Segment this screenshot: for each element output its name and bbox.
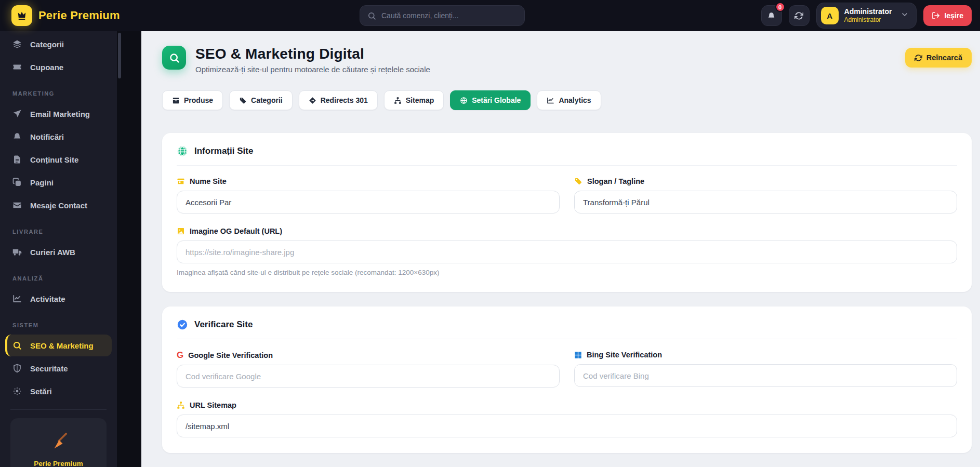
global-search[interactable] <box>360 5 525 26</box>
sidebar-section-analiza: ANALIZĂ <box>0 264 117 287</box>
tag-icon <box>574 177 582 185</box>
sidebar-item-label: Activitate <box>30 295 65 303</box>
sidebar-scrollbar[interactable] <box>118 33 121 78</box>
search-icon <box>367 11 376 20</box>
sidebar-footer-card: Perie Premium <box>10 418 107 467</box>
sidebar-item-activitate[interactable]: Activitate <box>5 288 112 310</box>
refresh-icon <box>915 54 922 62</box>
refresh-icon <box>794 11 803 20</box>
brush-icon <box>48 431 69 451</box>
send-icon <box>12 109 22 118</box>
og-image-help: Imaginea afișată când site-ul e distribu… <box>177 269 957 276</box>
tab-sitemap[interactable]: Sitemap <box>384 90 444 110</box>
brand: Perie Premium <box>11 5 120 26</box>
field-label: Google Site Verification <box>188 351 273 359</box>
mail-icon <box>12 201 22 210</box>
sidebar-item-label: Mesaje Contact <box>30 201 87 210</box>
field-google-verification: G Google Site Verification <box>177 351 560 388</box>
field-bing-verification: Bing Site Verification <box>574 351 957 401</box>
site-name-input[interactable] <box>177 191 560 214</box>
brand-name: Perie Premium <box>38 9 120 22</box>
tab-label: Produse <box>184 96 213 104</box>
sidebar-item-categorii[interactable]: Categorii <box>5 33 112 55</box>
field-label: Bing Site Verification <box>587 351 662 359</box>
store-icon <box>177 177 185 185</box>
sidebar-item-continut-site[interactable]: Conținut Site <box>5 149 112 170</box>
sidebar-item-email-marketing[interactable]: Email Marketing <box>5 103 112 125</box>
field-sitemap-url: URL Sitemap <box>177 401 957 437</box>
sidebar-item-curieri-awb[interactable]: Curieri AWB <box>5 241 112 263</box>
tab-redirects-301[interactable]: Redirects 301 <box>299 90 378 110</box>
tagline-input[interactable] <box>574 191 957 214</box>
sidebar-item-seo-marketing[interactable]: SEO & Marketing <box>5 335 112 356</box>
sidebar-gutter <box>117 31 141 467</box>
search-input[interactable] <box>381 11 517 20</box>
field-label: Imagine OG Default (URL) <box>190 227 282 235</box>
sidebar-item-label: Securitate <box>30 364 68 373</box>
sidebar-divider <box>10 409 107 410</box>
tab-analytics[interactable]: Analytics <box>537 90 601 110</box>
card-title: Verificare Site <box>194 319 253 330</box>
main-content: SEO & Marketing Digital Optimizează-ți s… <box>141 31 980 467</box>
chart-line-icon <box>12 294 22 303</box>
bing-verification-input[interactable] <box>574 364 957 387</box>
sidebar-section-livrare: LIVRARE <box>0 217 117 240</box>
microsoft-icon <box>574 351 582 359</box>
user-role: Administrator <box>844 16 892 23</box>
sidebar-item-setari[interactable]: Setări <box>5 380 112 402</box>
sidebar-footer-brand: Perie Premium <box>16 460 101 467</box>
tab-label: Analytics <box>559 96 591 104</box>
page-title: SEO & Marketing Digital <box>195 46 430 62</box>
sidebar-section-sistem: SISTEM <box>0 311 117 333</box>
tab-produse[interactable]: Produse <box>162 90 223 110</box>
copy-icon <box>12 178 22 187</box>
seo-search-icon <box>162 46 186 70</box>
file-text-icon <box>12 155 22 164</box>
og-image-input[interactable] <box>177 241 957 263</box>
sidebar-item-cupoane[interactable]: Cupoane <box>5 56 112 78</box>
bell-icon <box>12 132 22 141</box>
notifications-button[interactable]: 0 <box>761 5 782 26</box>
sidebar-item-label: Conținut Site <box>30 155 78 164</box>
field-label: Slogan / Tagline <box>587 177 644 185</box>
user-menu[interactable]: A Administrator Administrator <box>816 3 917 29</box>
reload-label: Reîncarcă <box>926 54 962 62</box>
card-title: Informații Site <box>194 146 253 156</box>
notifications-badge: 0 <box>775 2 785 12</box>
field-label: URL Sitemap <box>190 401 236 409</box>
tabs: Produse Categorii Redirects 301 Sitemap … <box>162 90 972 110</box>
reload-button[interactable]: Reîncarcă <box>905 48 972 68</box>
field-og-image: Imagine OG Default (URL) Imaginea afișat… <box>177 227 957 276</box>
sidebar-item-label: Curieri AWB <box>30 248 75 257</box>
refresh-button[interactable] <box>789 5 810 26</box>
sidebar-item-securitate[interactable]: Securitate <box>5 357 112 379</box>
sidebar-item-notificari[interactable]: Notificări <box>5 126 112 148</box>
crown-icon <box>11 5 32 26</box>
logout-button[interactable]: Ieșire <box>923 5 972 26</box>
tab-label: Setări Globale <box>472 96 521 104</box>
tab-setari-globale[interactable]: Setări Globale <box>450 90 531 110</box>
sidebar-item-label: Pagini <box>30 178 54 187</box>
sidebar-item-label: SEO & Marketing <box>30 341 94 350</box>
google-verification-input[interactable] <box>177 365 560 388</box>
field-site-name: Nume Site <box>177 177 560 214</box>
sitemap-url-input[interactable] <box>177 415 957 437</box>
logout-icon <box>932 11 940 20</box>
sidebar-item-label: Cupoane <box>30 63 63 72</box>
gear-icon <box>12 386 22 396</box>
bell-icon <box>767 11 776 20</box>
box-icon <box>172 97 180 104</box>
sitemap-icon <box>394 97 402 104</box>
sidebar-item-label: Categorii <box>30 40 64 49</box>
sidebar-item-mesaje-contact[interactable]: Mesaje Contact <box>5 194 112 216</box>
field-label: Nume Site <box>190 177 227 185</box>
logout-label: Ieșire <box>944 11 963 20</box>
sidebar-item-pagini[interactable]: Pagini <box>5 171 112 193</box>
tab-label: Sitemap <box>406 96 434 104</box>
tag-icon <box>239 97 247 104</box>
layers-icon <box>12 39 22 49</box>
topbar: Perie Premium 0 A Administrator Administ… <box>0 0 980 31</box>
globe-icon <box>460 97 468 104</box>
tab-categorii[interactable]: Categorii <box>229 90 293 110</box>
google-icon: G <box>177 351 183 359</box>
